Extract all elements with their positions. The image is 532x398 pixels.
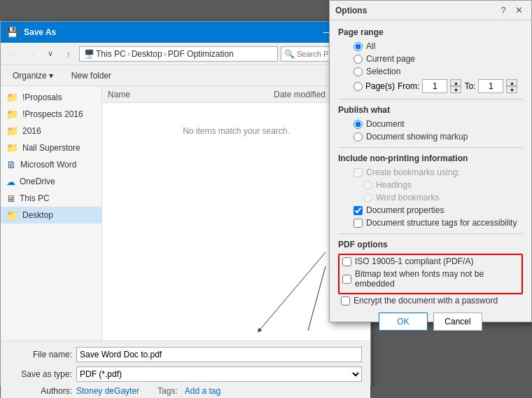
to-label: To: (464, 81, 475, 91)
file-toolbar: Organize ▾ New folder (1, 65, 370, 86)
sidebar-item-prospects[interactable]: 📁 !Prospects 2016 (1, 106, 102, 123)
pc-icon: 🖥 (6, 193, 15, 204)
word-bookmarks-label: Word bookmarks (376, 193, 439, 203)
tags-label: Tags: (158, 386, 178, 396)
organize-button[interactable]: Organize ▾ (6, 67, 59, 84)
word-bookmarks-radio[interactable] (363, 193, 372, 203)
form-area: File name: Save as type: PDF (*.pdf) Aut… (1, 341, 370, 398)
organize-arrow: ▾ (49, 71, 53, 81)
to-down[interactable]: ▼ (506, 86, 517, 93)
sidebar-item-proposals[interactable]: 📁 !Proposals (1, 89, 102, 106)
all-option: All (338, 41, 523, 51)
path-sep-1: › (127, 49, 130, 59)
sidebar-item-thispc[interactable]: 🖥 This PC (1, 190, 102, 207)
column-name: Name (108, 90, 274, 100)
sidebar-item-label: !Prospects 2016 (22, 109, 83, 119)
sidebar-item-desktop[interactable]: 📁 Desktop (1, 207, 102, 224)
ok-cancel-row: OK Cancel (338, 313, 523, 331)
document-label: Document (366, 119, 405, 129)
recent-locations-button[interactable]: ∨ (43, 46, 58, 62)
doc-properties-checkbox[interactable] (354, 206, 363, 215)
options-dialog: Options ? ✕ Page range All Current page … (329, 0, 532, 322)
sidebar-item-label: 2016 (22, 126, 41, 136)
msword-icon: 🗎 (6, 159, 16, 170)
headings-radio[interactable] (363, 181, 372, 190)
sidebar-item-2016[interactable]: 📁 2016 (1, 123, 102, 139)
headings-label: Headings (376, 180, 412, 190)
address-bar: 🖥️ This PC › Desktop › PDF Optimization (79, 46, 278, 62)
all-radio[interactable] (354, 42, 363, 51)
authors-value[interactable]: Stoney deGayter (76, 386, 139, 396)
from-input[interactable] (422, 79, 447, 93)
folder-icon: 📁 (6, 142, 18, 153)
bitmap-checkbox[interactable] (342, 275, 351, 284)
sidebar-item-label: Desktop (22, 210, 53, 220)
iso-checkbox[interactable] (342, 257, 351, 266)
folder-icon: 📁 (6, 125, 18, 137)
document-radio[interactable] (354, 120, 363, 129)
pages-row: Page(s) From: ▲ ▼ To: ▲ ▼ (338, 79, 523, 93)
back-button[interactable]: ← (6, 46, 22, 62)
authors-row: Authors: Stoney deGayter Tags: Add a tag (9, 386, 362, 396)
path-thispc: This PC (96, 49, 126, 59)
sidebar-item-label: This PC (20, 193, 50, 203)
savetype-select[interactable]: PDF (*.pdf) (76, 366, 362, 382)
sidebar-item-onedrive[interactable]: ☁ OneDrive (1, 173, 102, 190)
doc-structure-label: Document structure tags for accessibilit… (366, 218, 517, 228)
pages-label: Page(s) (365, 81, 395, 91)
filename-row: File name: (9, 347, 362, 362)
from-down[interactable]: ▼ (450, 86, 461, 93)
document-option: Document (338, 119, 523, 129)
pages-radio[interactable] (354, 82, 363, 91)
bitmap-label: Bitmap text when fonts may not be embedd… (355, 269, 522, 289)
divider-2 (338, 147, 523, 148)
document-markup-radio[interactable] (354, 132, 363, 142)
savetype-row: Save as type: PDF (*.pdf) (9, 366, 362, 382)
search-icon: 🔍 (284, 49, 295, 59)
onedrive-icon: ☁ (6, 177, 15, 187)
forward-button[interactable]: → (24, 46, 40, 62)
encrypt-checkbox[interactable] (341, 296, 350, 306)
doc-structure-checkbox[interactable] (354, 219, 363, 228)
divider-1 (338, 99, 523, 100)
tags-link[interactable]: Add a tag (185, 386, 220, 396)
sidebar: 📁 !Proposals 📁 !Prospects 2016 📁 2016 📁 … (1, 86, 102, 341)
options-close-button[interactable]: ✕ (512, 4, 526, 18)
doc-properties-label: Document properties (366, 205, 444, 215)
help-button[interactable]: ? (496, 4, 510, 18)
sidebar-item-label: OneDrive (20, 177, 55, 186)
dialog-cancel-button[interactable]: Cancel (433, 313, 482, 331)
encrypt-option: Encrypt the document with a password (338, 296, 523, 306)
options-titlebar: Options ? ✕ (330, 1, 531, 20)
selection-option: Selection (338, 67, 523, 76)
sidebar-item-label: Nail Superstore (22, 143, 80, 153)
sidebar-item-msword[interactable]: 🗎 Microsoft Word (1, 156, 102, 173)
filename-input[interactable] (76, 347, 362, 362)
to-input[interactable] (478, 79, 503, 93)
opts-controls: ? ✕ (496, 4, 526, 18)
selection-radio[interactable] (354, 67, 363, 76)
content-area: 📁 !Proposals 📁 !Prospects 2016 📁 2016 📁 … (1, 86, 370, 341)
options-title: Options (335, 6, 367, 15)
options-content: Page range All Current page Selection Pa… (330, 20, 531, 338)
create-bookmarks-label: Create bookmarks using: (366, 167, 459, 177)
sidebar-item-nail[interactable]: 📁 Nail Superstore (1, 139, 102, 156)
doc-properties-option: Document properties (338, 205, 523, 215)
document-markup-label: Document showing markup (366, 132, 468, 142)
selection-label: Selection (366, 67, 400, 76)
sidebar-item-label: Microsoft Word (20, 160, 76, 170)
sidebar-item-label: !Proposals (22, 92, 62, 102)
save-as-titlebar: 💾 Save As ─ □ ✕ (1, 22, 370, 43)
up-button[interactable]: ↑ (61, 46, 76, 62)
ok-button[interactable]: OK (379, 313, 428, 331)
pdf-options-section: PDF options (338, 240, 523, 249)
new-folder-button[interactable]: New folder (65, 67, 118, 84)
current-page-radio[interactable] (354, 55, 363, 64)
from-up[interactable]: ▲ (450, 79, 461, 86)
doc-structure-option: Document structure tags for accessibilit… (338, 218, 523, 228)
create-bookmarks-checkbox[interactable] (354, 168, 363, 177)
savetype-label: Save as type: (9, 369, 72, 379)
folder-icon: 📁 (6, 109, 18, 120)
nav-bar: ← → ∨ ↑ 🖥️ This PC › Desktop › PDF Optim… (1, 43, 370, 65)
to-up[interactable]: ▲ (506, 79, 517, 86)
